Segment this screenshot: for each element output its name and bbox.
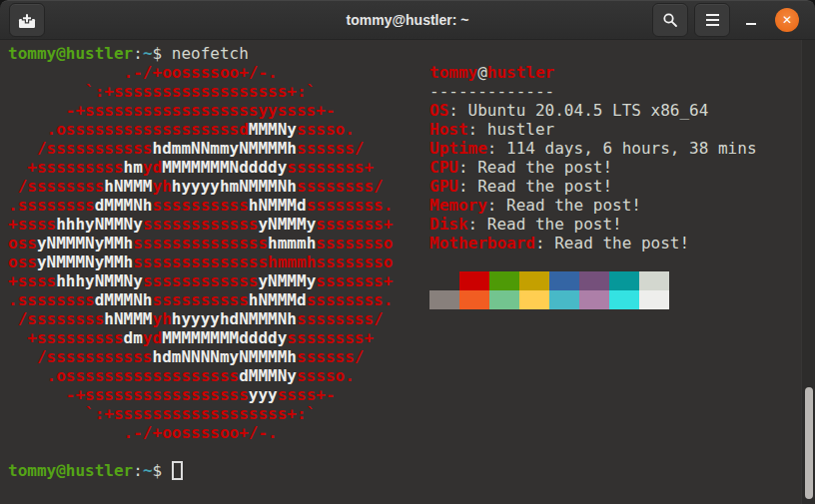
palette-swatch [519,290,549,309]
palette-row-2 [429,290,757,309]
prompt-path: ~ [143,44,153,63]
palette-swatch [549,290,579,309]
titlebar-controls: ✕ [652,3,815,37]
info-line: OS: Ubuntu 20.04.5 LTS x86_64 [429,101,757,120]
search-button[interactable] [652,3,688,37]
ascii-art-logo: .-/+oossssoo+/-. `:+ssssssssssssssssss+:… [8,63,393,442]
minimize-button[interactable] [740,8,762,32]
menu-icon [706,14,719,26]
info-line: Uptime: 114 days, 6 hours, 38 mins [429,139,757,158]
info-line: Host: hustler [429,120,757,139]
new-tab-button[interactable] [9,3,45,37]
scrollbar-thumb[interactable] [805,387,813,499]
prompt-path: ~ [143,461,153,480]
palette-swatch [459,271,489,290]
art-line: /ssssssssssshdmmNNmmyNMMMMhssssss/ [8,139,393,158]
art-line: +sssshhhyNMMNyssssssssssssyNMMMysssssss+ [8,271,393,290]
close-button[interactable]: ✕ [775,8,799,32]
terminal-cursor [172,461,183,480]
palette-swatch [609,290,639,309]
art-line: /sssssssshNMMMyhhyyyyhmNMMMNhssssssss/ [8,177,393,196]
scrollbar-track[interactable] [801,40,815,504]
info-line: ------------- [429,82,757,101]
art-line: .ossssssssssssssssssdMMMNysssso. [8,120,393,139]
palette-swatch [579,271,609,290]
prompt-dollar: $ [153,44,172,63]
art-line: +ssssssssshmydMMMMMMMNddddyssssssss+ [8,158,393,177]
prompt-colon: : [133,44,143,63]
palette-swatch [489,271,519,290]
art-line: -+sssssssssssssssssyyyssss+- [8,385,393,404]
art-line: .ossssssssssssssssssdMMMNysssso. [8,366,393,385]
prompt-line-bottom: tommy@hustler:~$ [8,461,183,480]
art-line: .-/+oossssoo+/-. [8,63,393,82]
palette-swatch [579,290,609,309]
titlebar: tommy@hustler: ~ ✕ [0,0,815,40]
close-icon: ✕ [782,14,792,26]
info-line: Disk: Read the post! [429,215,757,234]
blank-line [429,252,757,271]
menu-button[interactable] [694,3,730,37]
prompt-user: tommy@hustler [8,461,133,480]
art-line: ossyNMMMNyMMhsssssssssssssshmmmhssssssso [8,234,393,252]
art-line: `:+ssssssssssssssssss+:` [8,82,393,101]
art-line: +sssshhhyNMMNyssssssssssssyNMMMysssssss+ [8,215,393,234]
palette-swatch [429,271,459,290]
info-line: Memory: Read the post! [429,196,757,215]
terminal-window: tommy@hustler: ~ ✕ tommy@hust [0,0,815,504]
art-line: `:+ssssssssssssssssss+:` [8,404,393,423]
system-info: tommy@hustler-------------OS: Ubuntu 20.… [429,63,757,309]
palette-swatch [459,290,489,309]
info-line: CPU: Read the post! [429,158,757,177]
palette-swatch [639,271,669,290]
art-line: /ssssssssssshdmNNNNmyNMMMMhssssss/ [8,347,393,366]
info-line: Motherboard: Read the post! [429,234,757,252]
prompt-colon: : [133,461,143,480]
art-line: .ssssssssdMMMNhsssssssssshNMMMdssssssss. [8,196,393,215]
palette-row-1 [429,271,757,290]
info-line: GPU: Read the post! [429,177,757,196]
command-text: neofetch [172,44,249,63]
palette-swatch [489,290,519,309]
info-line: tommy@hustler [429,63,757,82]
art-line: ossyNMMMNyMMhsssssssssssssshmmmhssssssso [8,252,393,271]
prompt-line-top: tommy@hustler:~$ neofetch [8,44,249,63]
prompt-user: tommy@hustler [8,44,133,63]
minimize-icon [746,23,756,25]
palette-swatch [609,271,639,290]
art-line: .ssssssssdMMMNhsssssssssshNMMMdssssssss. [8,290,393,309]
search-icon [662,12,678,28]
art-line: +sssssssssdmydMMMMMMMMddddyssssssss+ [8,328,393,347]
new-tab-icon [18,12,36,29]
prompt-dollar: $ [153,461,172,480]
palette-swatch [429,290,459,309]
terminal-screen[interactable]: tommy@hustler:~$ neofetch .-/+oossssoo+/… [0,40,815,504]
art-line: -+ssssssssssssssssssyyssss+- [8,101,393,120]
art-line: /sssssssshNMMMyhhyyyyhdNMMMNhssssssss/ [8,309,393,328]
palette-swatch [639,290,669,309]
palette-swatch [519,271,549,290]
palette-swatch [549,271,579,290]
art-line: .-/+oossssoo+/-. [8,423,393,442]
